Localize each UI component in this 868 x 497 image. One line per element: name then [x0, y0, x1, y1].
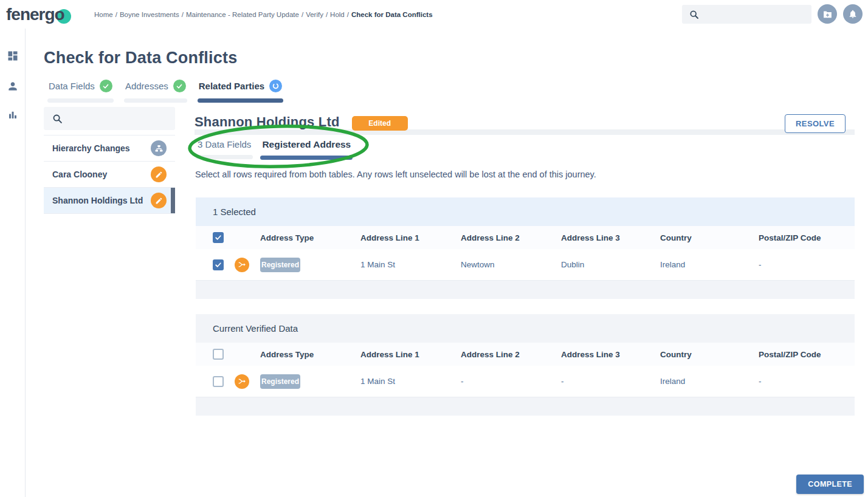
select-all-checkbox[interactable] [213, 232, 224, 243]
merge-icon[interactable] [235, 374, 249, 389]
tab-underline [124, 98, 187, 103]
tab-addresses[interactable]: Addresses [124, 80, 187, 103]
detail-subtabs: 3 Data Fields Registered Address [196, 139, 360, 160]
complete-button[interactable]: COMPLETE [796, 475, 864, 494]
verified-table-title: Current Verified Data [196, 314, 855, 343]
edited-pencil-icon [151, 166, 167, 182]
cell-postal-zip: - [759, 260, 855, 269]
cell-country: Ireland [660, 377, 759, 386]
col-address-line-1: Address Line 1 [360, 350, 461, 359]
tab-data-fields[interactable]: Data Fields [47, 80, 114, 103]
cell-address-line-3: - [561, 377, 660, 386]
breadcrumb-verify[interactable]: Verify [306, 11, 323, 18]
dashboard-icon [7, 50, 19, 62]
cell-address-line-2: Newtown [461, 260, 561, 269]
tab-label: Data Fields [49, 81, 95, 91]
table-column-header-row: Address Type Address Line 1 Address Line… [196, 226, 855, 249]
top-bar: fenergo Home/Boyne Investments/Maintenan… [0, 0, 868, 29]
bell-icon [848, 9, 858, 19]
subtab-registered-address[interactable]: Registered Address [260, 139, 353, 160]
resolve-button[interactable]: RESOLVE [785, 114, 846, 133]
list-item-label: Hierarchy Changes [52, 143, 151, 153]
check-icon [215, 234, 222, 241]
cell-address-line-1: 1 Main St [360, 260, 461, 269]
col-address-line-3: Address Line 3 [561, 350, 660, 359]
breadcrumb-home[interactable]: Home [94, 11, 113, 18]
col-address-type: Address Type [260, 350, 360, 359]
col-address-line-2: Address Line 2 [461, 350, 561, 359]
notifications-button[interactable] [843, 4, 863, 24]
table-row: Registered 1 Main St Newtown Dublin Irel… [196, 249, 855, 281]
cell-address-line-2: - [461, 377, 561, 386]
instruction-text: Select all rows required from both table… [195, 170, 596, 179]
left-nav-rail [0, 29, 26, 497]
col-country: Country [660, 233, 759, 242]
tab-underline [198, 98, 283, 103]
selected-table: 1 Selected Address Type Address Line 1 A… [196, 197, 855, 299]
subtab-label: Registered Address [260, 139, 353, 156]
related-parties-panel: Hierarchy Changes Cara Clooney Shannon H… [44, 107, 175, 214]
check-icon [215, 261, 222, 269]
col-address-line-1: Address Line 1 [360, 233, 461, 242]
search-icon [52, 114, 63, 124]
verified-table: Current Verified Data Address Type Addre… [196, 314, 855, 416]
nav-clients[interactable] [0, 80, 26, 96]
breadcrumb-maintenance[interactable]: Maintenance - Related Party Update [186, 11, 299, 18]
main-content: Check for Data Conflicts Data Fields Add… [26, 29, 868, 497]
subtab-label: 3 Data Fields [196, 139, 253, 155]
breadcrumb-hold[interactable]: Hold [330, 11, 345, 18]
col-postal-zip: Postal/ZIP Code [759, 350, 855, 359]
breadcrumb-current: Check for Data Conflicts [351, 11, 433, 18]
list-item-cara-clooney[interactable]: Cara Clooney [44, 162, 175, 188]
edited-status-badge: Edited [352, 116, 408, 131]
cell-address-line-3: Dublin [561, 260, 660, 269]
selected-table-title: 1 Selected [196, 197, 855, 226]
edited-pencil-icon [151, 193, 167, 208]
cell-country: Ireland [660, 260, 759, 269]
folder-plus-icon [822, 9, 833, 19]
panel-search[interactable] [44, 107, 175, 130]
list-item-shannon-holdings[interactable]: Shannon Holdings Ltd [44, 188, 175, 214]
fenergo-logo[interactable]: fenergo [6, 5, 94, 24]
tab-label: Addresses [125, 81, 168, 91]
col-address-line-3: Address Line 3 [561, 233, 660, 242]
tab-related-parties[interactable]: Related Parties [198, 80, 283, 103]
row-checkbox[interactable] [213, 259, 224, 270]
hierarchy-icon [151, 140, 167, 156]
subtab-underline [196, 155, 253, 159]
conflict-step-tabs: Data Fields Addresses Related Parties [47, 80, 294, 103]
list-item-hierarchy-changes[interactable]: Hierarchy Changes [44, 135, 175, 162]
global-search[interactable] [682, 5, 811, 24]
cell-address-line-1: 1 Main St [360, 377, 461, 386]
breadcrumb: Home/Boyne Investments/Maintenance - Rel… [94, 11, 433, 18]
list-item-label: Cara Clooney [52, 170, 151, 179]
create-entity-button[interactable] [818, 4, 837, 24]
nav-dashboard[interactable] [0, 50, 26, 66]
address-type-badge: Registered [260, 374, 300, 389]
merge-icon[interactable] [235, 258, 249, 272]
address-type-badge: Registered [260, 258, 300, 272]
panel-search-wrap [44, 107, 175, 135]
table-column-header-row: Address Type Address Line 1 Address Line… [196, 343, 855, 366]
nav-reports[interactable] [0, 109, 26, 125]
subtab-header-strip [195, 129, 855, 135]
list-item-label: Shannon Holdings Ltd [52, 196, 151, 205]
select-all-checkbox[interactable] [213, 349, 224, 360]
breadcrumb-separator: / [326, 11, 328, 18]
row-checkbox[interactable] [213, 376, 224, 387]
subtab-data-fields[interactable]: 3 Data Fields [196, 139, 253, 160]
person-icon [7, 80, 19, 92]
complete-check-icon [100, 80, 112, 92]
breadcrumb-separator: / [182, 11, 184, 18]
col-country: Country [660, 350, 759, 359]
tab-underline [47, 98, 114, 103]
cell-postal-zip: - [759, 377, 855, 386]
tab-label: Related Parties [199, 81, 264, 91]
complete-check-icon [173, 80, 186, 92]
global-search-input[interactable] [704, 10, 801, 19]
search-icon [689, 10, 699, 19]
col-postal-zip: Postal/ZIP Code [759, 233, 855, 242]
in-progress-icon [269, 80, 282, 92]
col-address-line-2: Address Line 2 [461, 233, 561, 242]
breadcrumb-boyne-investments[interactable]: Boyne Investments [120, 11, 179, 18]
